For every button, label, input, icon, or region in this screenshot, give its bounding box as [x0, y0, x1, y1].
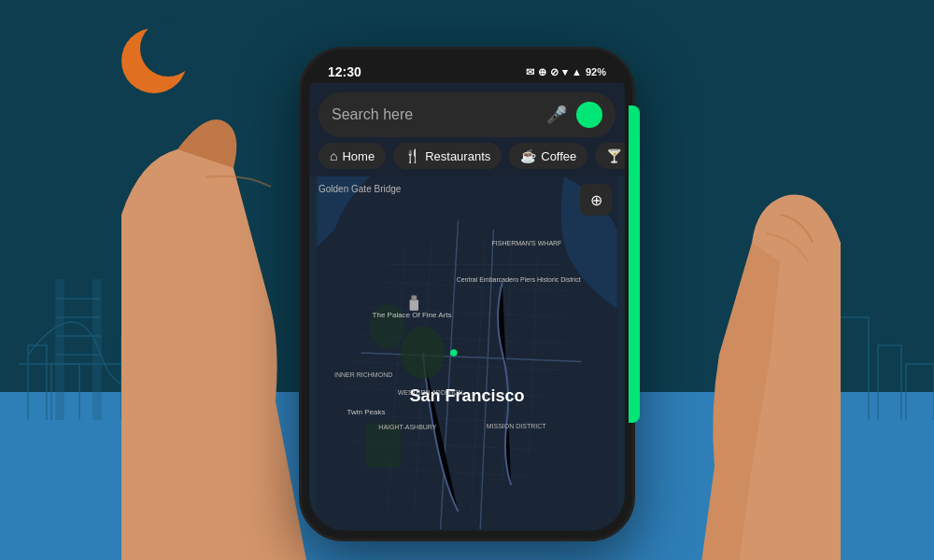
haight-ashbury-label: HAIGHT-ASHBURY — [378, 424, 436, 430]
category-chips: ⌂ Home 🍴 Restaurants ☕ Coffee 🍸 B... — [309, 143, 625, 176]
chip-coffee-label: Coffee — [541, 149, 576, 163]
phone-screen: 12:30 ✉ ⊕ ⊘ ▾ ▲ 92% Search here 🎤 — [309, 57, 625, 531]
status-icons: ✉ ⊕ ⊘ ▾ ▲ 92% — [526, 66, 606, 78]
maps-button[interactable] — [576, 102, 602, 128]
golden-gate-label: Golden Gate Bridge — [318, 184, 401, 194]
mic-icon[interactable]: 🎤 — [546, 105, 567, 125]
map-view[interactable]: Golden Gate Bridge ⊕ The Palace Of Fine … — [309, 176, 625, 529]
status-time: 12:30 — [328, 64, 361, 79]
western-addition-label: WESTERN ADDITION — [398, 388, 463, 397]
wifi-icon: ▾ — [562, 66, 568, 78]
chip-restaurants[interactable]: 🍴 Restaurants — [393, 143, 502, 169]
home-icon: ⌂ — [330, 148, 337, 163]
svg-rect-43 — [410, 300, 418, 310]
signal-icon: ▲ — [572, 66, 582, 77]
status-bar: 12:30 ✉ ⊕ ⊘ ▾ ▲ 92% — [309, 57, 625, 83]
vpn-icon: ⊘ — [550, 66, 559, 78]
svg-point-40 — [401, 327, 445, 380]
svg-rect-44 — [411, 296, 417, 301]
chip-bars[interactable]: 🍸 B... — [595, 143, 625, 169]
background: 12:30 ✉ ⊕ ⊘ ▾ ▲ 92% Search here 🎤 — [0, 0, 934, 560]
chip-coffee[interactable]: ☕ Coffee — [509, 143, 587, 169]
bar-icon: 🍸 — [606, 148, 622, 163]
location-icon: ⊕ — [538, 66, 546, 78]
coffee-icon: ☕ — [520, 148, 536, 163]
chip-home[interactable]: ⌂ Home — [318, 143, 386, 169]
svg-rect-42 — [365, 424, 401, 468]
palace-label: The Palace Of Fine Arts — [373, 311, 452, 320]
chip-home-label: Home — [342, 149, 375, 163]
phone-body: 12:30 ✉ ⊕ ⊘ ▾ ▲ 92% Search here 🎤 — [299, 47, 635, 541]
map-svg — [309, 176, 625, 529]
chip-restaurants-label: Restaurants — [425, 149, 490, 163]
battery-icon: 92% — [586, 66, 606, 77]
mission-district-label: MISSION DISTRICT — [487, 422, 546, 430]
phone: 12:30 ✉ ⊕ ⊘ ▾ ▲ 92% Search here 🎤 — [299, 47, 635, 541]
inner-richmond-label: INNER RICHMOND — [334, 371, 392, 379]
fishwharf-label: FISHERMAN'S WHARF — [492, 240, 562, 246]
hand-right — [607, 168, 841, 560]
twin-peaks-label: Twin Peaks — [347, 408, 386, 416]
search-placeholder: Search here — [332, 106, 537, 123]
svg-point-45 — [450, 349, 458, 357]
embarcadero-label: Central Embarcadero Piers Historic Distr… — [457, 275, 581, 284]
search-bar[interactable]: Search here 🎤 — [318, 92, 616, 137]
restaurant-icon: 🍴 — [404, 148, 420, 163]
mail-icon: ✉ — [526, 66, 534, 78]
